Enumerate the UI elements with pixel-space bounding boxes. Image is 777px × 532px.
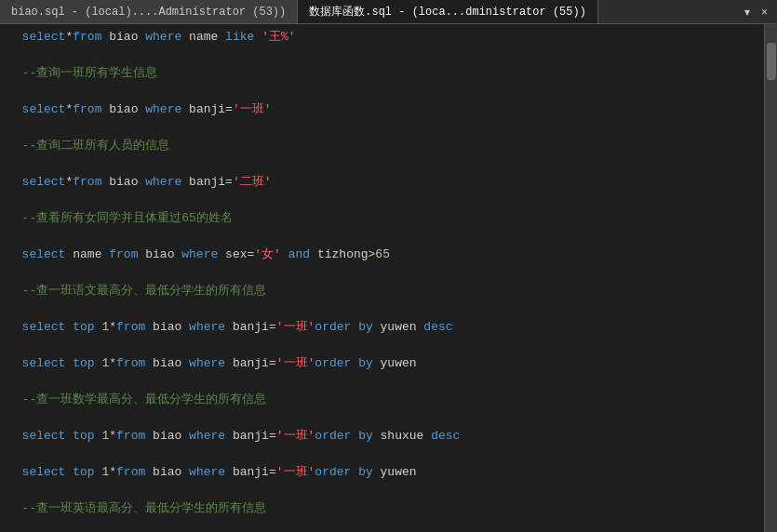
code-content[interactable]: select*from biao where name like '王%' --… — [0, 24, 764, 532]
code-line-7: select name from biao where sex='女' and … — [7, 246, 757, 264]
code-line-8: --查一班语文最高分、最低分学生的所有信息 — [7, 282, 757, 300]
tab-controls: ▾ × — [739, 4, 777, 20]
code-line-6: --查看所有女同学并且体重过65的姓名 — [7, 209, 757, 228]
code-line-13: select top 1*from biao where banji='一班'o… — [7, 463, 757, 482]
code-line-11: --查一班数学最高分、最低分学生的所有信息 — [7, 391, 757, 409]
title-bar: biao.sql - (local)....Administrator (53)… — [0, 0, 777, 24]
code-line-14: --查一班英语最高分、最低分学生的所有信息 — [7, 499, 757, 518]
close-btn[interactable]: × — [756, 4, 773, 20]
code-line-4: --查询二班所有人员的信息 — [7, 137, 757, 155]
code-line-12: select top 1*from biao where banji='一班'o… — [7, 427, 757, 446]
code-line-3: select*from biao where banji='一班' — [7, 100, 757, 119]
dropdown-btn[interactable]: ▾ — [739, 4, 756, 20]
code-line-5: select*from biao where banji='二班' — [7, 173, 757, 192]
tab-shujuku[interactable]: 数据库函数.sql - (loca...dministrator (55)) — [298, 0, 598, 23]
code-line-9: select top 1*from biao where banji='一班'o… — [7, 318, 757, 337]
code-line-2: --查询一班所有学生信息 — [7, 64, 757, 83]
scrollbar-thumb[interactable] — [767, 43, 776, 80]
code-line-10: select top 1*from biao where banji='一班'o… — [7, 354, 757, 373]
editor-area: select*from biao where name like '王%' --… — [0, 24, 777, 532]
scrollbar-vertical[interactable] — [764, 24, 777, 532]
tab-biao-sql[interactable]: biao.sql - (local)....Administrator (53)… — [0, 0, 298, 23]
code-line-1: select*from biao where name like '王%' — [7, 28, 757, 47]
